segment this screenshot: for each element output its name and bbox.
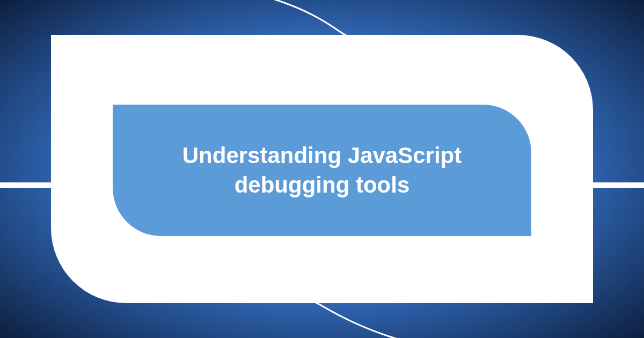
inner-rounded-shape: Understanding JavaScript debugging tools (113, 105, 531, 236)
page-title: Understanding JavaScript debugging tools (129, 141, 515, 200)
